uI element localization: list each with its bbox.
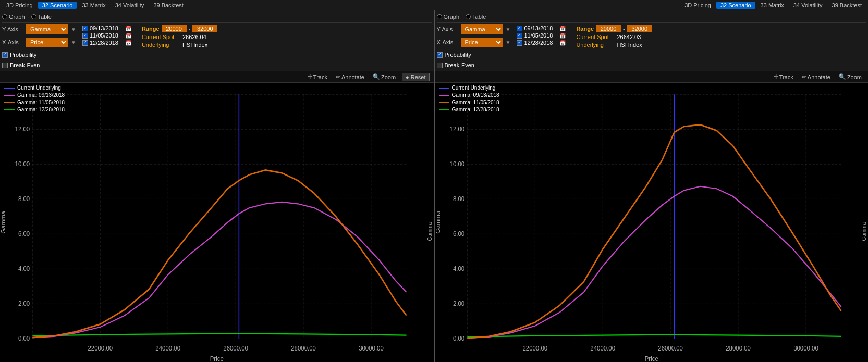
- right-spot-label: Current Spot: [576, 34, 614, 40]
- nav-scenario-2[interactable]: 32 Scenario: [716, 2, 755, 9]
- svg-text:28000.00: 28000.00: [726, 344, 751, 352]
- right-yaxis-select[interactable]: Gamma: [461, 24, 503, 34]
- left-annotate-btn[interactable]: ✏ Annotate: [334, 73, 366, 81]
- right-legend-line-2: [439, 102, 449, 103]
- left-track-crosshair-icon: ✛: [308, 73, 312, 80]
- left-track-btn[interactable]: ✛ Track: [305, 73, 329, 81]
- left-breakeven-label: Break-Even: [10, 62, 40, 68]
- svg-text:6.00: 6.00: [453, 230, 464, 237]
- nav-matrix[interactable]: 33 Matrix: [78, 2, 109, 9]
- right-yaxis-label: Y-Axis: [437, 26, 458, 32]
- left-breakeven-cb[interactable]: [2, 63, 8, 68]
- left-spot-val: 26626.04: [182, 34, 206, 40]
- nav-matrix-2[interactable]: 33 Matrix: [756, 2, 788, 9]
- right-annotate-btn[interactable]: ✏ Annotate: [800, 73, 833, 81]
- left-date2-cb[interactable]: [82, 33, 88, 39]
- right-range-min[interactable]: 20000: [596, 25, 621, 32]
- nav-backtest-2[interactable]: 39 Backtest: [828, 2, 866, 9]
- left-track-label: Track: [313, 74, 327, 80]
- left-legend-label-3: Gamma: 12/28/2018: [17, 107, 65, 113]
- right-date2-cal-icon[interactable]: 📅: [559, 33, 566, 39]
- left-reset-label: Reset: [411, 74, 426, 80]
- left-graph-radio[interactable]: Graph: [2, 14, 25, 20]
- left-range-label: Range: [142, 26, 160, 32]
- svg-text:6.00: 6.00: [18, 230, 30, 237]
- left-reset-btn[interactable]: ● Reset: [402, 73, 429, 81]
- right-panel-header: Graph Table Y-Axis Gamma ▼: [435, 10, 869, 71]
- left-date3-cb[interactable]: [82, 40, 88, 46]
- left-date3-cal-icon[interactable]: 📅: [125, 40, 131, 46]
- right-track-btn[interactable]: ✛ Track: [772, 73, 796, 81]
- right-xaxis-select[interactable]: Price: [461, 38, 503, 47]
- left-range-max[interactable]: 32000: [192, 25, 217, 32]
- right-range-max[interactable]: 32000: [627, 25, 652, 32]
- right-prob-checkbox[interactable]: [437, 52, 443, 58]
- right-chart-svg: 0.00 2.00 4.00 6.00 8.00 10.00 12.00 220…: [435, 83, 869, 362]
- left-legend-label-2: Gamma: 11/05/2018: [17, 99, 65, 105]
- right-zoom-btn[interactable]: 🔍 Zoom: [837, 73, 864, 81]
- right-legend: Current Underlying Gamma: 09/13/2018 Gam…: [439, 85, 499, 113]
- svg-text:4.00: 4.00: [18, 265, 30, 272]
- svg-text:0.00: 0.00: [453, 334, 464, 342]
- left-date2-val: 11/05/2018: [90, 32, 124, 39]
- left-spot-label: Current Spot: [142, 34, 179, 40]
- right-date2-cb[interactable]: [517, 33, 522, 39]
- left-legend-line-3: [4, 109, 15, 110]
- left-date1-val: 09/13/2018: [90, 25, 124, 31]
- right-legend-line-0: [439, 88, 449, 89]
- svg-text:22000.00: 22000.00: [522, 344, 547, 352]
- svg-text:10.00: 10.00: [449, 160, 464, 167]
- top-nav: 3D Pricing 32 Scenario 33 Matrix 34 Vola…: [0, 0, 868, 10]
- nav-pricing-2[interactable]: 3D Pricing: [680, 2, 715, 9]
- right-zoom-icon: 🔍: [839, 73, 846, 80]
- left-range-min[interactable]: 20000: [162, 25, 187, 32]
- left-legend-item-1: Gamma: 09/13/2018: [4, 92, 65, 98]
- right-date1-cal-icon[interactable]: 📅: [559, 26, 566, 31]
- left-table-radio[interactable]: Table: [31, 14, 52, 20]
- left-panel: Graph Table Y-Axis Gamma ▼: [0, 10, 435, 362]
- left-legend-label-0: Current Underlying: [17, 85, 61, 91]
- right-chart-toolbar: ✛ Track ✏ Annotate 🔍 Zoom: [435, 71, 869, 83]
- right-annotate-label: Annotate: [808, 74, 830, 80]
- svg-rect-30: [435, 83, 869, 362]
- nav-volatility[interactable]: 34 Volatility: [111, 2, 149, 9]
- nav-scenario[interactable]: 32 Scenario: [38, 2, 77, 9]
- nav-volatility-2[interactable]: 34 Volatility: [789, 2, 827, 9]
- svg-text:12.00: 12.00: [449, 125, 464, 132]
- svg-text:30000.00: 30000.00: [359, 344, 384, 352]
- svg-text:26000.00: 26000.00: [223, 344, 248, 352]
- right-table-radio[interactable]: Table: [466, 14, 486, 20]
- left-date1-cal-icon[interactable]: 📅: [125, 26, 131, 31]
- right-date3-val: 12/28/2018: [524, 40, 558, 46]
- left-annotate-pencil-icon: ✏: [336, 73, 340, 80]
- right-date3-cal-icon[interactable]: 📅: [559, 40, 566, 46]
- svg-text:Price: Price: [644, 355, 658, 362]
- right-breakeven-cb[interactable]: [437, 63, 443, 68]
- right-spot-val: 26642.03: [617, 34, 641, 40]
- left-legend: Current Underlying Gamma: 09/13/2018 Gam…: [4, 85, 65, 113]
- right-legend-item-3: Gamma: 12/28/2018: [439, 107, 499, 113]
- nav-backtest[interactable]: 39 Backtest: [149, 2, 187, 9]
- svg-text:24000.00: 24000.00: [590, 344, 615, 352]
- left-prob-label: Probability: [10, 52, 36, 58]
- left-yaxis-select[interactable]: Gamma: [26, 24, 68, 34]
- right-legend-line-1: [439, 95, 449, 96]
- right-date1-cb[interactable]: [517, 26, 522, 31]
- left-xaxis-select[interactable]: Price: [26, 38, 68, 47]
- right-date3-cb[interactable]: [517, 40, 522, 46]
- panels-container: Graph Table Y-Axis Gamma ▼: [0, 10, 868, 362]
- right-legend-line-3: [439, 109, 449, 110]
- right-legend-label-0: Current Underlying: [452, 85, 496, 91]
- right-table-label: Table: [472, 14, 486, 20]
- left-date2-cal-icon[interactable]: 📅: [125, 33, 131, 39]
- svg-text:26000.00: 26000.00: [658, 344, 683, 352]
- left-date1-cb[interactable]: [82, 26, 88, 31]
- nav-pricing[interactable]: 3D Pricing: [2, 2, 37, 9]
- right-graph-radio[interactable]: Graph: [437, 14, 460, 20]
- left-zoom-btn[interactable]: 🔍 Zoom: [371, 73, 398, 81]
- svg-text:28000.00: 28000.00: [291, 344, 316, 352]
- left-prob-checkbox[interactable]: [2, 52, 8, 58]
- left-legend-line-0: [4, 88, 15, 89]
- left-y-axis-label: Gamma: [427, 222, 433, 241]
- right-legend-item-2: Gamma: 11/05/2018: [439, 99, 499, 105]
